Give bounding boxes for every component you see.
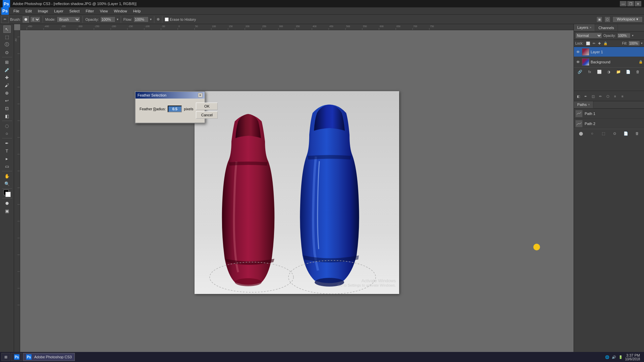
marquee-tool[interactable]: ⬚ <box>3 33 11 41</box>
background-layer-item[interactable]: 👁 Background 🔒 <box>574 57 644 67</box>
dialog-titlebar[interactable]: Feather Selection ✕ <box>136 92 205 99</box>
layer-adjustment-button[interactable]: ◑ <box>606 69 612 75</box>
menu-edit[interactable]: Edit <box>23 8 35 14</box>
layer-link-button[interactable]: 🔗 <box>577 69 583 75</box>
mode-select[interactable]: Brush <box>57 16 80 22</box>
workspace-button[interactable]: Workspace ▾ <box>612 16 643 22</box>
hand-tool[interactable]: ✋ <box>3 172 11 180</box>
clone-tool[interactable]: ⊕ <box>3 89 11 97</box>
quick-select-tool[interactable]: ⊙ <box>3 49 11 56</box>
type-tool[interactable]: T <box>3 147 11 155</box>
brush-preview[interactable] <box>22 16 30 23</box>
start-button[interactable]: ⊞ <box>1 353 10 361</box>
panel-icon-1[interactable]: ◧ <box>575 93 581 99</box>
menu-layer[interactable]: Layer <box>51 8 66 14</box>
brush-tool-icon[interactable]: ✏ <box>1 16 9 23</box>
new-layer-button[interactable]: 📄 <box>625 69 631 75</box>
fill-path-button[interactable]: ⬤ <box>578 130 584 136</box>
panel-icon-5[interactable]: ⬡ <box>605 93 611 99</box>
panel-icon-6[interactable]: ≡ <box>612 93 618 99</box>
battery-icon[interactable]: 🔋 <box>619 355 623 359</box>
panel-icon-4[interactable]: ✏ <box>597 93 603 99</box>
maximize-button[interactable]: ❐ <box>627 1 634 6</box>
menu-view[interactable]: View <box>97 8 111 14</box>
blur-tool[interactable]: ◌ <box>3 122 11 129</box>
move-tool[interactable]: ↖ <box>3 25 11 33</box>
layers-tab[interactable]: Layers × <box>574 24 595 31</box>
taskbar-photoshop-item[interactable]: Ps Adobe Photoshop CS3 <box>23 353 75 361</box>
network-icon[interactable]: 🌐 <box>605 355 609 359</box>
clock[interactable]: 3:37 PM 10/6/2018 <box>625 353 640 361</box>
crop-tool[interactable]: ⊞ <box>3 58 11 66</box>
taskbar-ps-icon[interactable]: Ps <box>11 353 22 361</box>
3d-view-icon[interactable]: ⬡ <box>604 16 610 22</box>
stroke-path-button[interactable]: ○ <box>589 130 595 136</box>
background-color[interactable] <box>5 192 11 197</box>
menu-image[interactable]: Image <box>35 8 51 14</box>
close-button[interactable]: ✕ <box>635 1 641 6</box>
airbrush-btn[interactable]: ⊕ <box>157 17 160 21</box>
lock-all-btn[interactable]: 🔒 <box>603 42 607 45</box>
panel-icon-2[interactable]: ✒ <box>583 93 589 99</box>
selection-from-path-button[interactable]: ⊙ <box>611 130 618 136</box>
dodge-tool[interactable]: ○ <box>3 130 11 137</box>
paths-tab-close[interactable]: × <box>588 103 590 106</box>
menu-filter[interactable]: Filter <box>83 8 96 14</box>
gradient-tool[interactable]: ◧ <box>3 112 11 120</box>
path-1-item[interactable]: Path 1 <box>574 109 644 119</box>
layer-mask-button[interactable]: ⬜ <box>596 69 602 75</box>
layer-1-item[interactable]: 👁 Layer 1 <box>574 47 644 57</box>
layer1-visibility-icon[interactable]: 👁 <box>575 49 581 55</box>
eraser-tool[interactable]: ⊡ <box>3 105 11 112</box>
path-select-tool[interactable]: ▸ <box>3 155 11 162</box>
path-2-item[interactable]: Path 2 <box>574 119 644 129</box>
panel-icon-3[interactable]: ◫ <box>590 93 596 99</box>
flow-input[interactable] <box>133 16 149 22</box>
layer-group-button[interactable]: 📁 <box>615 69 622 75</box>
fill-value[interactable] <box>628 41 640 46</box>
background-visibility-icon[interactable]: 👁 <box>575 59 581 65</box>
delete-layer-button[interactable]: 🗑 <box>635 69 641 75</box>
eyedropper-tool[interactable]: 💉 <box>3 66 11 73</box>
lock-position-btn[interactable]: ✚ <box>598 42 601 45</box>
minimize-button[interactable]: — <box>620 1 627 6</box>
quick-mask-btn[interactable]: ⬤ <box>3 199 11 207</box>
color-swatch[interactable] <box>3 190 11 197</box>
paths-tab[interactable]: Paths × <box>574 101 593 108</box>
history-brush-tool[interactable]: ↩ <box>3 97 11 104</box>
feather-radius-input[interactable]: 0.5 <box>168 106 182 112</box>
lock-transparent-btn[interactable]: ⬜ <box>586 42 590 45</box>
healing-brush-tool[interactable]: ✚ <box>3 74 11 81</box>
brush-tool[interactable]: 🖌 <box>3 81 11 89</box>
canvas-icon[interactable]: ▣ <box>596 16 602 22</box>
lasso-tool[interactable]: ⓛ <box>3 41 11 48</box>
opacity-input[interactable] <box>100 16 115 22</box>
brush-size-select[interactable]: 8 <box>30 16 40 22</box>
shape-tool[interactable]: ▭ <box>3 163 11 170</box>
dialog-close-button[interactable]: ✕ <box>198 93 203 98</box>
cancel-button[interactable]: Cancel <box>196 111 218 119</box>
menu-file[interactable]: File <box>11 8 22 14</box>
ruler-horizontal: -450 -400 -350 -300 -250 -200 -150 <box>20 24 574 30</box>
new-path-button[interactable]: 📄 <box>623 130 629 136</box>
opacity-value[interactable] <box>617 33 631 38</box>
menu-window[interactable]: Window <box>111 8 130 14</box>
erase-to-history-checkbox[interactable] <box>165 17 169 21</box>
delete-path-button[interactable]: 🗑 <box>634 130 640 136</box>
layer-style-button[interactable]: fx <box>587 69 593 75</box>
screen-mode-btn[interactable]: ▣ <box>3 207 11 215</box>
pen-tool[interactable]: ✒ <box>3 139 11 147</box>
canvas-image[interactable] <box>195 91 399 294</box>
blend-mode-select[interactable]: Normal <box>575 33 602 39</box>
lock-paint-btn[interactable]: ✏ <box>593 42 595 45</box>
ok-button[interactable]: OK <box>196 103 218 110</box>
volume-icon[interactable]: 🔊 <box>612 355 616 359</box>
layers-tab-close[interactable]: × <box>590 26 591 29</box>
titlebar-controls[interactable]: — ❐ ✕ <box>620 1 641 6</box>
menu-help[interactable]: Help <box>130 8 144 14</box>
zoom-tool[interactable]: 🔍 <box>3 180 11 187</box>
panel-icon-7[interactable]: ≡ <box>620 93 626 99</box>
menu-select[interactable]: Select <box>67 8 83 14</box>
path-mask-button[interactable]: ⬚ <box>600 130 606 136</box>
channels-tab[interactable]: Channels <box>595 24 618 31</box>
